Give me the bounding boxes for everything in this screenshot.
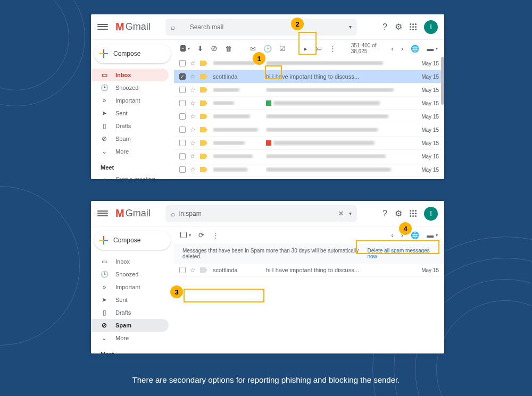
plus-icon: [99, 236, 108, 245]
gmail-logo[interactable]: MGmail: [115, 21, 151, 33]
email-row[interactable]: ☆May 15: [174, 83, 444, 97]
email-row[interactable]: ☆May 15: [174, 150, 444, 163]
main-content: − ▾ ⬇ ⊘ 🗑 ✉ 🕒 ☑ ▸ 🏷 ⋮ 351-400 of 38,625 …: [174, 40, 444, 179]
density-caret[interactable]: ▾: [436, 233, 438, 238]
select-caret[interactable]: ▾: [189, 233, 191, 238]
archive-icon[interactable]: ⬇: [197, 45, 203, 53]
nav-snoozed[interactable]: 🕒Snoozed: [91, 81, 169, 94]
menu-icon[interactable]: [97, 22, 108, 32]
meet-header: Meet: [91, 158, 174, 173]
camera-icon: ▪: [101, 175, 108, 179]
nav-more[interactable]: ⌄More: [91, 145, 169, 158]
nav-more[interactable]: ⌄More: [91, 332, 169, 344]
more-actions-icon[interactable]: ⋮: [212, 231, 219, 239]
select-all-checkbox[interactable]: −: [180, 45, 186, 52]
clear-search-icon[interactable]: ×: [338, 209, 343, 218]
prev-page-icon[interactable]: ‹: [391, 45, 393, 53]
prev-page-icon[interactable]: ‹: [391, 231, 393, 239]
compose-button[interactable]: Compose: [94, 44, 171, 63]
nav-inbox[interactable]: ▭Inbox: [91, 69, 169, 81]
toolbar: − ▾ ⬇ ⊘ 🗑 ✉ 🕒 ☑ ▸ 🏷 ⋮ 351-400 of 38,625 …: [174, 40, 444, 57]
gmail-panel-spam: MGmail ⌕ × ▾ ? ⚙ I Compose ▭Inbox 🕒Snooz…: [91, 201, 444, 353]
move-icon[interactable]: ▸: [304, 45, 307, 53]
spam-icon: ⊘: [101, 135, 108, 142]
search-input[interactable]: [190, 23, 349, 31]
nav-sent[interactable]: ➤Sent: [91, 293, 169, 306]
search-icon: ⌕: [171, 23, 175, 31]
search-options-caret[interactable]: ▾: [349, 210, 352, 216]
label-icon[interactable]: 🏷: [315, 45, 322, 53]
density-icon[interactable]: ▬: [427, 231, 434, 239]
gmail-panel-inbox: MGmail ⌕ ▾ ? ⚙ I Compose ▭Inbox 🕒Snoozed…: [91, 14, 444, 179]
avatar[interactable]: I: [424, 207, 438, 221]
select-caret[interactable]: ▾: [188, 46, 190, 51]
email-list: ☆May 15 ✓☆scottlindahi I have impotant t…: [174, 57, 444, 179]
density-icon[interactable]: ▬: [427, 45, 434, 53]
mark-unread-icon[interactable]: ✉: [250, 45, 256, 53]
checkbox-checked[interactable]: ✓: [179, 73, 186, 80]
callout-2: 2: [291, 18, 304, 30]
email-date: May 15: [421, 74, 439, 80]
email-row-selected[interactable]: ✓☆scottlindahi I have impotant thing to …: [174, 70, 444, 83]
meet-start[interactable]: ▪Start a meeting: [91, 173, 169, 179]
delete-icon[interactable]: 🗑: [225, 45, 232, 53]
importance-icon[interactable]: [200, 267, 207, 273]
apps-icon[interactable]: [410, 23, 417, 30]
callout-3: 3: [170, 285, 183, 298]
search-bar[interactable]: ⌕ × ▾: [165, 205, 357, 222]
next-page-icon[interactable]: ›: [401, 45, 403, 53]
star-icon[interactable]: ☆: [190, 266, 196, 274]
delete-all-spam-link[interactable]: Delete all spam messages now: [367, 248, 436, 259]
search-options-caret[interactable]: ▾: [349, 24, 352, 30]
email-row[interactable]: ☆May 15: [174, 163, 444, 176]
clock-icon: 🕒: [101, 271, 108, 278]
input-tools-icon[interactable]: 🌐: [411, 45, 419, 53]
nav-drafts[interactable]: ▯Drafts: [91, 306, 169, 319]
gmail-logo[interactable]: MGmail: [115, 207, 151, 220]
search-bar[interactable]: ⌕ ▾: [165, 19, 357, 36]
help-icon[interactable]: ?: [383, 209, 387, 218]
menu-icon[interactable]: [97, 208, 108, 219]
search-input[interactable]: [179, 210, 339, 217]
density-caret[interactable]: ▾: [436, 46, 438, 51]
input-tools-icon[interactable]: 🌐: [411, 231, 419, 239]
email-row[interactable]: ☆May 15: [174, 57, 444, 70]
snooze-icon[interactable]: 🕒: [263, 45, 272, 53]
spam-banner: Messages that have been in Spam more tha…: [174, 243, 444, 264]
nav-spam[interactable]: ⊘Spam: [91, 319, 169, 332]
email-subject: hi I have impotant thing to discuss...: [266, 267, 417, 273]
refresh-icon[interactable]: ⟳: [198, 231, 204, 239]
email-row[interactable]: ☆scottlindahi I have impotant thing to d…: [174, 264, 444, 277]
plus-icon: [99, 49, 108, 58]
more-actions-icon[interactable]: ⋮: [329, 45, 336, 53]
email-row[interactable]: ☆May 15: [174, 110, 444, 123]
nav-snoozed[interactable]: 🕒Snoozed: [91, 268, 169, 281]
callout-4: 4: [399, 222, 412, 235]
add-task-icon[interactable]: ☑: [279, 45, 286, 53]
nav-important[interactable]: »Important: [91, 94, 169, 107]
report-spam-icon[interactable]: ⊘: [211, 44, 218, 53]
header: MGmail ⌕ × ▾ ? ⚙ I: [91, 201, 444, 226]
settings-icon[interactable]: ⚙: [395, 22, 402, 32]
avatar[interactable]: I: [424, 20, 438, 34]
compose-button[interactable]: Compose: [94, 231, 171, 250]
spam-icon: ⊘: [101, 322, 108, 329]
nav-spam[interactable]: ⊘Spam: [91, 132, 169, 145]
apps-icon[interactable]: [410, 210, 417, 217]
sidebar: Compose ▭Inbox 🕒Snoozed »Important ➤Sent…: [91, 40, 174, 179]
nav-drafts[interactable]: ▯Drafts: [91, 120, 169, 132]
email-date: May 15: [421, 267, 439, 273]
settings-icon[interactable]: ⚙: [395, 208, 402, 218]
scrollbar[interactable]: [441, 57, 444, 105]
nav-inbox[interactable]: ▭Inbox: [91, 255, 169, 268]
nav-sent[interactable]: ➤Sent: [91, 107, 169, 120]
help-icon[interactable]: ?: [383, 22, 387, 32]
drafts-icon: ▯: [101, 309, 108, 316]
email-row[interactable]: ☆May 15: [174, 97, 444, 110]
email-sender: scottlinda: [213, 73, 266, 80]
email-row[interactable]: ☆May 15: [174, 123, 444, 137]
email-row[interactable]: ☆May 15: [174, 137, 444, 150]
checkbox[interactable]: [179, 267, 186, 273]
select-all-checkbox[interactable]: [180, 232, 187, 238]
nav-important[interactable]: »Important: [91, 281, 169, 293]
